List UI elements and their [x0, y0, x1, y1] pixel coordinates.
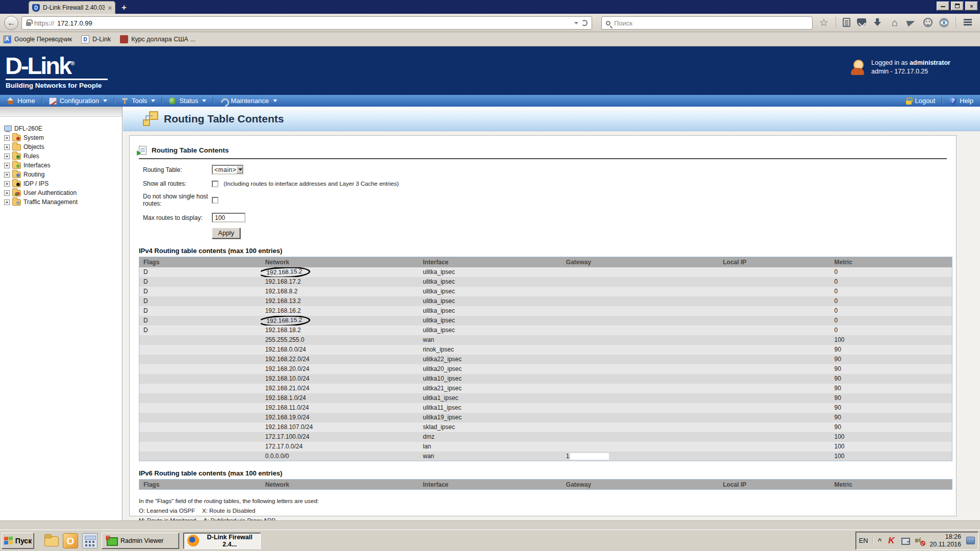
cell-metric: 90 [830, 374, 952, 384]
section-page-icon [139, 146, 146, 155]
tree-item-user-authentication[interactable]: + User Authentication [4, 188, 122, 197]
menu-help[interactable]: ? Help [942, 97, 980, 105]
menu-configuration[interactable]: Configuration [42, 95, 114, 107]
cell-metric: 90 [830, 403, 952, 413]
max-routes-input[interactable] [212, 213, 246, 222]
cell-local-ip [719, 452, 830, 461]
tray-clock[interactable]: 18:26 20.11.2016 [929, 533, 961, 548]
routing-table-select[interactable]: <main> [212, 165, 243, 174]
network-tray-icon[interactable] [901, 536, 910, 545]
cell-network: 192.168.15.2 [261, 316, 419, 325]
reload-icon[interactable] [581, 20, 587, 26]
cell-local-ip [719, 306, 830, 316]
show-desktop-icon[interactable] [966, 537, 975, 544]
tree-item-system[interactable]: + System [4, 133, 122, 142]
cell-network: 192.168.8.2 [261, 287, 419, 296]
taskbar-task-firefox[interactable]: D-Link Firewall 2.4... [183, 533, 261, 549]
select-dropdown-button[interactable] [236, 166, 243, 173]
eye-icon[interactable] [939, 18, 949, 28]
table-row: D192.168.18.2ulitka_ipsec0 [139, 325, 952, 335]
cell-flags [139, 345, 261, 355]
minimize-button[interactable] [937, 2, 949, 11]
expand-icon[interactable]: + [4, 172, 10, 178]
windows-taskbar: Пуск O Radmin Viewer D-Link Firewall 2.4… [0, 530, 980, 551]
radmin-icon [106, 536, 117, 546]
cell-network: 192.168.1.0/24 [261, 393, 419, 403]
cell-metric: 0 [830, 267, 952, 277]
explorer-quicklaunch-icon[interactable] [43, 533, 59, 548]
kaspersky-tray-icon[interactable]: K [887, 536, 896, 545]
expand-icon[interactable]: + [4, 154, 10, 159]
urlbar-dropdown-icon[interactable] [574, 22, 578, 24]
language-indicator[interactable]: EN [859, 537, 873, 544]
taskbar-task-radmin[interactable]: Radmin Viewer [102, 533, 179, 549]
cell-interface: rinok_ipsec [419, 345, 561, 355]
section-header: Routing Table Contents [139, 146, 956, 155]
menu-maintenance[interactable]: Maintenance [213, 95, 283, 107]
content-card: Routing Table Contents Routing Table: <m… [129, 135, 957, 516]
main-menubar: Home Configuration Tools Status Maintena… [0, 95, 980, 107]
expand-icon[interactable]: + [4, 190, 10, 196]
bookmark-label: D-Link [92, 36, 111, 43]
expand-icon[interactable]: + [4, 135, 10, 141]
tab-close-icon[interactable]: × [108, 4, 112, 12]
tree-item-rules[interactable]: + Rules [4, 152, 122, 161]
cell-flags [139, 442, 261, 452]
tree-root-dfl260e[interactable]: DFL-260E [4, 124, 122, 133]
hamburger-menu-icon[interactable] [963, 17, 973, 28]
tree-item-idp-ips[interactable]: + IDP / IPS [4, 179, 122, 188]
expand-icon[interactable]: + [4, 163, 10, 168]
cell-interface: ulitka_ipsec [419, 296, 561, 306]
tree-item-interfaces[interactable]: + Interfaces [4, 161, 122, 170]
cell-interface: ulitka21_ipsec [419, 384, 561, 393]
tray-chevron-icon[interactable]: ^ [878, 537, 882, 544]
show-all-routes-checkbox[interactable] [212, 181, 218, 187]
back-button[interactable]: ← [4, 16, 18, 30]
expand-icon[interactable]: + [4, 199, 10, 205]
form-row-show-all: Show all routes: (Including routes to in… [143, 180, 956, 187]
cell-flags: D [139, 296, 261, 306]
restore-button[interactable] [951, 2, 964, 11]
expand-icon[interactable]: + [4, 181, 10, 187]
cell-network: 192.168.13.2 [261, 296, 419, 306]
bookmark-dlink[interactable]: D D-Link [81, 35, 111, 43]
bookmarks-sidebar-icon[interactable] [843, 18, 850, 27]
new-tab-button[interactable]: + [121, 3, 127, 13]
col-flags: Flags [139, 480, 261, 490]
legend-ospf: O: Learned via OSPF [139, 508, 195, 514]
single-host-checkbox[interactable] [212, 197, 218, 204]
tree-item-traffic-management[interactable]: + Traffic Management [4, 197, 122, 207]
outlook-quicklaunch-icon[interactable]: O [63, 533, 78, 548]
cell-flags: D [139, 325, 261, 335]
search-input[interactable] [614, 19, 788, 27]
cell-interface: ulitka_ipsec [419, 267, 561, 277]
cell-network: 172.17.0.0/24 [261, 442, 419, 452]
apply-button[interactable]: Apply [212, 228, 240, 239]
menu-tools[interactable]: Tools [114, 95, 162, 107]
logo-registered-mark: ® [70, 60, 75, 66]
start-button[interactable]: Пуск [2, 533, 34, 549]
pocket-icon[interactable] [857, 18, 866, 27]
table-row: D192.168.8.2ulitka_ipsec0 [139, 287, 952, 296]
bookmark-google-translate[interactable]: A Google Переводчик [3, 35, 72, 43]
bookmark-kurs-dollara[interactable]: Курс доллара США ... [120, 35, 195, 43]
tree-item-routing[interactable]: + Routing [4, 170, 122, 179]
downloads-icon[interactable] [873, 17, 883, 28]
close-button[interactable]: × [965, 2, 978, 11]
muted-volume-icon[interactable] [915, 536, 924, 545]
search-bar[interactable] [601, 16, 813, 30]
menu-status[interactable]: Status [162, 95, 213, 107]
send-tab-icon[interactable] [906, 17, 917, 28]
menu-logout[interactable]: Logout [899, 97, 942, 105]
cell-network: 192.168.0.0/24 [261, 345, 419, 355]
menu-home[interactable]: Home [0, 95, 42, 107]
browser-tab[interactable]: D D-Link Firewall 2.40.03 × [29, 1, 115, 14]
address-bar[interactable]: https:// 172.17.0.99 [21, 16, 592, 30]
chat-icon[interactable] [923, 18, 933, 27]
calculator-quicklaunch-icon[interactable] [82, 533, 97, 548]
home-icon[interactable] [890, 17, 900, 28]
bookmark-star-icon[interactable] [819, 17, 829, 28]
tree-item-objects[interactable]: + Objects [4, 142, 122, 152]
expand-icon[interactable]: + [4, 144, 10, 150]
table-row: 192.168.11.0/24ulitka11_ipsec90 [139, 403, 952, 413]
